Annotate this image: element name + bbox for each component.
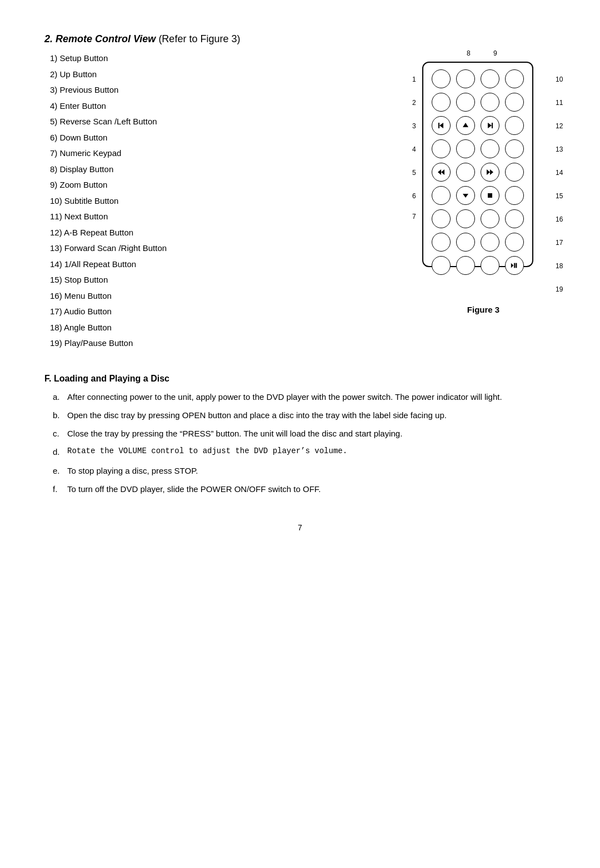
rc-btn-r4c1[interactable] <box>432 139 451 158</box>
rc-btn-next-fwd[interactable] <box>481 116 499 135</box>
rc-btn-r1c4[interactable] <box>505 69 524 88</box>
svg-marker-9 <box>463 194 468 198</box>
label-6: 6 <box>412 193 416 199</box>
page-number: 7 <box>44 523 556 532</box>
btn-row-9 <box>429 256 527 275</box>
list-letter: b. <box>53 409 63 422</box>
rc-btn-r1c2[interactable] <box>456 69 475 88</box>
svg-marker-8 <box>490 169 493 175</box>
btn-row-2 <box>429 93 527 112</box>
list-item: 18) Angle Button <box>50 320 400 336</box>
label-3: 3 <box>412 123 416 129</box>
remote-diagram: 8 9 <box>411 45 556 300</box>
label-5: 5 <box>412 169 416 176</box>
rc-btn-r4c2[interactable] <box>456 139 475 158</box>
svg-marker-5 <box>438 169 441 175</box>
rc-btn-r9c2[interactable] <box>456 256 475 275</box>
remote-diagram-column: 8 9 <box>411 45 556 314</box>
alpha-list-item: c.Close the tray by pressing the “PRESS”… <box>53 427 556 440</box>
rc-btn-stop[interactable] <box>481 186 499 205</box>
alpha-list: a.After connecting power to the unit, ap… <box>44 390 556 496</box>
rc-btn-r8c3[interactable] <box>481 233 499 252</box>
rc-btn-up[interactable] <box>456 116 475 135</box>
rc-btn-ffwd[interactable] <box>481 163 499 182</box>
rc-btn-r6c4[interactable] <box>505 186 524 205</box>
section-2: 2. Remote Control View (Refer to Figure … <box>44 33 556 352</box>
label-4: 4 <box>412 146 416 153</box>
rc-btn-r5c4[interactable] <box>505 163 524 182</box>
alpha-list-item: f.To turn off the DVD player, slide the … <box>53 483 556 495</box>
rc-btn-r2c2[interactable] <box>456 93 475 112</box>
rc-btn-r8c2[interactable] <box>456 233 475 252</box>
rc-btn-r8c4[interactable] <box>505 233 524 252</box>
list-item: 10) Subtitle Button <box>50 193 400 209</box>
svg-marker-11 <box>511 263 513 268</box>
list-item: 9) Zoom Button <box>50 177 400 193</box>
rc-btn-r6c1[interactable] <box>432 186 451 205</box>
list-item: 19) Play/Pause Button <box>50 335 400 352</box>
alpha-list-item: d.Rotate the VOLUME control to adjust th… <box>53 445 556 458</box>
rc-btn-down[interactable] <box>456 186 475 205</box>
rc-btn-r7c4[interactable] <box>505 209 524 228</box>
list-letter: e. <box>53 464 63 477</box>
list-item: 12) A-B Repeat Button <box>50 225 400 241</box>
svg-marker-2 <box>463 123 468 127</box>
label-2: 2 <box>412 99 416 106</box>
list-text: To turn off the DVD player, slide the PO… <box>67 483 321 495</box>
rc-btn-r1c1[interactable] <box>432 69 451 88</box>
rc-btn-playpause[interactable] <box>505 256 524 275</box>
rc-btn-r9c1[interactable] <box>432 256 451 275</box>
rc-btn-r1c3[interactable] <box>481 69 499 88</box>
list-letter: f. <box>53 483 63 495</box>
section-title: 2. Remote Control View (Refer to Figure … <box>44 33 556 45</box>
rc-btn-r7c2[interactable] <box>456 209 475 228</box>
content-area: 1) Setup Button2) Up Button3) Previous B… <box>44 51 556 352</box>
playpause-icon <box>511 262 518 269</box>
rc-btn-r7c3[interactable] <box>481 209 499 228</box>
rc-btn-r7c1[interactable] <box>432 209 451 228</box>
list-item: 13) Forward Scan /Right Button <box>50 240 400 257</box>
svg-rect-4 <box>492 123 493 128</box>
stop-icon <box>486 192 494 199</box>
list-item: 5) Reverse Scan /Left Button <box>50 114 400 130</box>
title-bold-italic: 2. Remote Control View <box>44 33 156 44</box>
alpha-list-item: e.To stop playing a disc, press STOP. <box>53 464 556 477</box>
rew-icon <box>437 168 445 176</box>
list-letter: c. <box>53 427 63 440</box>
svg-rect-10 <box>488 193 492 198</box>
label-8: 8 <box>467 49 471 57</box>
btn-row-8 <box>429 233 527 252</box>
label-10: 10 <box>556 76 563 83</box>
label-14: 14 <box>556 169 563 176</box>
list-item: 8) Display Button <box>50 162 400 178</box>
list-item: 17) Audio Button <box>50 304 400 320</box>
list-item: 16) Menu Button <box>50 288 400 304</box>
rc-btn-r5c2[interactable] <box>456 163 475 182</box>
rc-btn-r4c4[interactable] <box>505 139 524 158</box>
btn-row-3 <box>429 116 527 135</box>
svg-rect-12 <box>514 263 515 268</box>
rc-btn-r4c3[interactable] <box>481 139 499 158</box>
prev-icon <box>437 122 445 129</box>
button-list: 1) Setup Button2) Up Button3) Previous B… <box>44 51 400 352</box>
svg-marker-6 <box>441 169 444 175</box>
rc-btn-r8c1[interactable] <box>432 233 451 252</box>
section-f: F. Loading and Playing a Disc a.After co… <box>44 374 556 496</box>
btn-row-1 <box>429 69 527 88</box>
rc-btn-rew[interactable] <box>432 163 451 182</box>
list-item: 4) Enter Button <box>50 98 400 114</box>
svg-rect-13 <box>516 263 517 268</box>
list-letter: a. <box>53 390 63 403</box>
rc-btn-r2c1[interactable] <box>432 93 451 112</box>
list-item: 3) Previous Button <box>50 82 400 98</box>
rc-btn-r2c4[interactable] <box>505 93 524 112</box>
rc-btn-prev[interactable] <box>432 116 451 135</box>
label-18: 18 <box>556 263 563 269</box>
rc-btn-r3c4[interactable] <box>505 116 524 135</box>
rc-btn-r2c3[interactable] <box>481 93 499 112</box>
next-fwd-icon <box>486 122 494 129</box>
btn-row-5 <box>429 163 527 182</box>
rc-btn-r9c3[interactable] <box>481 256 499 275</box>
svg-marker-7 <box>487 169 490 175</box>
button-list-column: 1) Setup Button2) Up Button3) Previous B… <box>44 51 400 352</box>
